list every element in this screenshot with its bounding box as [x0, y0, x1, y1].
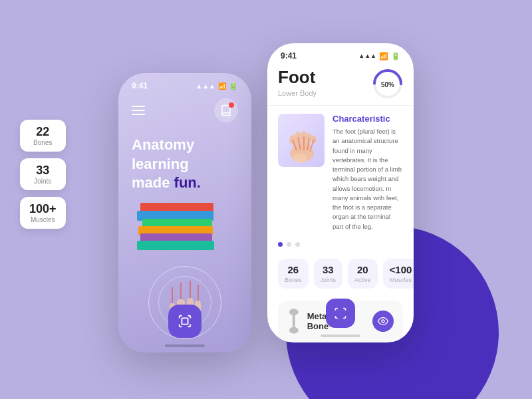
wifi-icon: 📶	[218, 82, 226, 90]
foot-anatomy-image	[283, 117, 320, 164]
joints-chip: 33 Joints	[314, 259, 343, 289]
active-chip: 20 Active	[348, 259, 378, 289]
bones-stat: 22 Bones	[20, 120, 66, 152]
book-stack	[137, 203, 217, 256]
carousel-dots	[267, 237, 414, 252]
books-area	[118, 200, 251, 259]
progress-text: 50%	[381, 81, 394, 88]
hero-text: Anatomy learning made fun.	[118, 129, 251, 200]
phones-container: 9:41 ▲▲▲ 📶 🔋 Anatomy learning made fun.	[0, 0, 532, 399]
muscles-chip: <100 Muscles	[383, 259, 414, 289]
right-phone: 9:41 ▲▲▲ 📶 🔋 Foot Lower Body 50%	[267, 43, 414, 342]
active-chip-label: Active	[354, 277, 371, 283]
muscles-stat: 100+ Muscles	[20, 197, 66, 229]
right-battery-icon: 🔋	[391, 52, 400, 61]
hero-line1: Anatomy learning	[132, 136, 194, 172]
hamburger-menu[interactable]	[132, 106, 145, 115]
characteristic-section: Charcateristic The foot (plural feet) is…	[267, 106, 414, 237]
muscles-number: 100+	[29, 202, 57, 216]
muscles-label: Muscles	[29, 216, 57, 223]
book-icon-button[interactable]	[214, 98, 238, 122]
joints-chip-label: Joints	[321, 277, 336, 283]
muscles-chip-label: Muscles	[390, 277, 412, 283]
hero-line2: made	[132, 174, 174, 191]
svg-point-28	[382, 320, 384, 323]
progress-circle: 50%	[371, 67, 404, 100]
dot-3[interactable]	[295, 242, 300, 247]
right-scan-icon	[334, 307, 347, 320]
left-status-icons: ▲▲▲ 📶 🔋	[196, 82, 238, 90]
right-status-icons: ▲▲▲ 📶 🔋	[358, 52, 400, 61]
right-stats-row: 26 Bones 33 Joints 20 Active <100 Muscle…	[267, 252, 414, 295]
foot-image	[278, 114, 325, 167]
battery-icon: 🔋	[229, 82, 238, 90]
right-status-bar: 9:41 ▲▲▲ 📶 🔋	[267, 43, 414, 65]
right-bottom-bar	[321, 334, 360, 337]
svg-point-27	[289, 327, 299, 334]
signal-icon: ▲▲▲	[196, 82, 215, 90]
left-status-bar: 9:41 ▲▲▲ 📶 🔋	[118, 73, 251, 94]
muscles-chip-number: <100	[390, 264, 412, 275]
scan-button[interactable]	[168, 305, 201, 338]
dot-1[interactable]	[278, 242, 283, 247]
bones-chip-label: Bones	[285, 277, 302, 283]
left-phone: 9:41 ▲▲▲ 📶 🔋 Anatomy learning made fun.	[118, 73, 251, 352]
left-nav	[118, 94, 251, 129]
bones-number: 22	[29, 125, 57, 139]
eye-icon	[378, 316, 388, 327]
bones-label: Bones	[29, 139, 57, 146]
bone-detail-button[interactable]	[372, 311, 394, 332]
svg-rect-26	[293, 312, 295, 328]
scan-icon	[178, 314, 192, 329]
left-time: 9:41	[132, 81, 148, 90]
left-stats-panel: 22 Bones 33 Joints 100+ Muscles	[20, 120, 66, 229]
characteristic-title: Charcateristic	[332, 114, 403, 124]
characteristic-description: The foot (plural feet) is an anatomical …	[332, 127, 403, 231]
bone-image	[287, 309, 301, 334]
left-bottom-bar	[165, 344, 205, 347]
right-fab-button[interactable]	[326, 299, 355, 328]
joints-stat: 33 Joints	[20, 158, 66, 190]
right-time: 9:41	[281, 51, 297, 61]
progress-circle-container: 50%	[371, 67, 404, 103]
dot-2[interactable]	[287, 242, 291, 247]
active-chip-number: 20	[354, 264, 371, 275]
hero-fun: fun.	[174, 174, 201, 191]
bones-chip: 26 Bones	[278, 259, 309, 289]
joints-number: 33	[29, 164, 57, 178]
bones-chip-number: 26	[285, 264, 302, 275]
joints-label: Joints	[29, 178, 57, 185]
svg-point-24	[293, 154, 307, 163]
joints-chip-number: 33	[321, 264, 336, 275]
right-signal-icon: ▲▲▲	[358, 53, 376, 59]
right-header: Foot Lower Body 50%	[267, 65, 414, 106]
svg-rect-9	[182, 318, 188, 324]
right-wifi-icon: 📶	[379, 52, 388, 61]
characteristic-text: Charcateristic The foot (plural feet) is…	[332, 114, 403, 231]
